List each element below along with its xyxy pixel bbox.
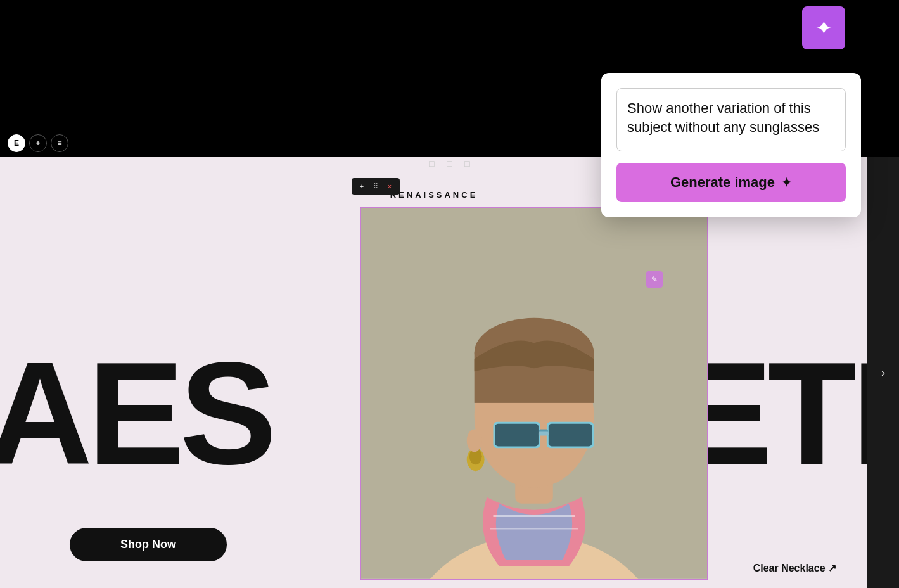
model-image-frame [360, 207, 708, 580]
ai-sparkle-icon: ✦ [815, 16, 832, 40]
edit-image-btn[interactable]: ✎ [646, 271, 663, 288]
svg-rect-11 [495, 424, 538, 447]
headline-left: AES [0, 341, 272, 487]
mobile-view-btn[interactable]: ☐ [459, 157, 476, 171]
generate-image-button[interactable]: Generate image ✦ [616, 163, 846, 202]
widget-drag-btn[interactable]: ⠿ [369, 180, 382, 193]
clear-necklace-link[interactable]: Clear Necklace ↗ [753, 562, 836, 574]
generate-label: Generate image [670, 174, 775, 191]
add-btn[interactable]: + [29, 134, 47, 152]
ai-panel: Show another variation of this subject w… [601, 73, 861, 217]
pencil-icon: ✎ [651, 275, 658, 284]
chevron-right-icon: › [881, 366, 885, 380]
widget-close-btn[interactable]: × [383, 180, 396, 193]
canvas: RENAISSANCE AES ETI [0, 157, 868, 588]
svg-point-16 [467, 430, 482, 452]
desktop-view-btn[interactable]: ☐ [423, 157, 441, 171]
toolbar-left: E + ≡ [8, 134, 68, 152]
svg-rect-12 [549, 424, 592, 447]
ai-button[interactable]: ✦ [802, 6, 845, 49]
generate-sparkle-icon: ✦ [781, 175, 792, 190]
settings-btn[interactable]: ≡ [51, 134, 68, 152]
widget-add-btn[interactable]: + [355, 180, 368, 193]
right-panel-toggle[interactable]: › [867, 157, 899, 588]
ai-prompt-text[interactable]: Show another variation of this subject w… [616, 88, 846, 151]
elementor-btn[interactable]: E [8, 134, 25, 152]
tablet-view-btn[interactable]: ☐ [441, 157, 459, 171]
view-toggle: ☐ ☐ ☐ [423, 157, 476, 171]
model-image [361, 208, 707, 579]
brand-name: RENAISSANCE [390, 190, 478, 200]
image-widget-toolbar: + ⠿ × [352, 178, 400, 195]
svg-rect-13 [539, 432, 549, 436]
shop-now-button[interactable]: Shop Now [70, 528, 227, 561]
